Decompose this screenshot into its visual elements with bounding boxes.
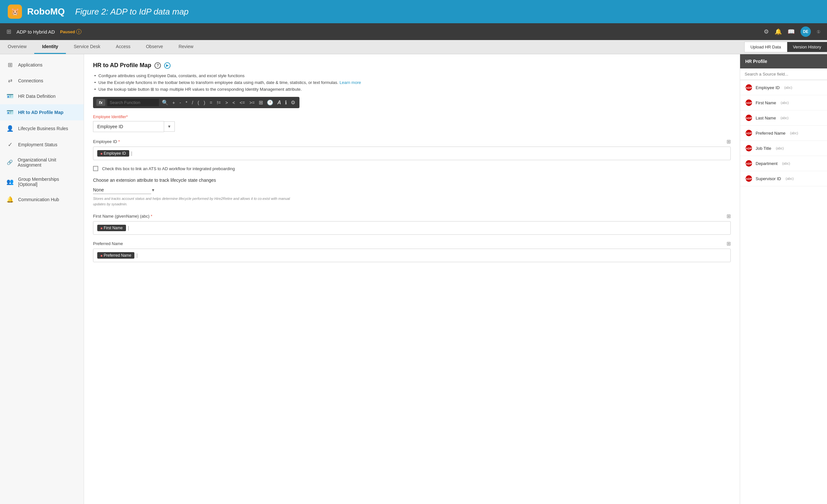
employee-id-label: Employee ID * [93, 139, 120, 144]
hr-field-department[interactable]: ADP Department (abc) [740, 156, 827, 171]
op-less[interactable]: < [231, 99, 237, 106]
hr-field-name-supervisor-id: Supervisor ID [756, 176, 781, 181]
tab-observe[interactable]: Observe [138, 40, 171, 54]
op-equals[interactable]: = [208, 99, 213, 106]
upload-hr-data-button[interactable]: Upload HR Data [744, 42, 787, 52]
employee-identifier-dropdown-row: Employee ID ▼ [93, 121, 731, 132]
sidebar-item-org-unit[interactable]: 🔗 Organizational Unit Assignment [0, 153, 84, 172]
ats-checkbox-row: Check this box to link an ATS to AD work… [93, 166, 731, 171]
first-name-input[interactable]: ■ First Name | [93, 221, 731, 235]
app-grid-icon: ⊞ [6, 28, 11, 35]
avatar[interactable]: DE [800, 27, 811, 37]
preferred-name-tag: ■ Preferred Name [97, 252, 134, 259]
tab-review[interactable]: Review [171, 40, 201, 54]
play-circle-icon[interactable]: ▶ [164, 62, 171, 69]
hr-field-job-title[interactable]: ADP Job Title (abc) [740, 141, 827, 156]
adp-logo-icon-7: ADP [745, 175, 752, 182]
op-divide[interactable]: / [191, 99, 194, 106]
content-area: HR to AD Profile Map ? ▶ Configure attri… [84, 54, 740, 504]
page-title-text: HR to AD Profile Map [93, 62, 151, 69]
grid-icon[interactable]: ⊞ [258, 99, 264, 106]
header-bar: ⊞ ADP to Hybrid AD Paused i ⚙ 🔔 📖 DE ① [0, 23, 827, 40]
bell-icon[interactable]: 🔔 [775, 28, 782, 35]
adp-logo-icon-5: ADP [745, 145, 752, 152]
tag-icon-2: ■ [100, 226, 102, 230]
first-name-field: First Name (givenName) (abc) * ⊞ ■ First… [93, 213, 731, 235]
op-minus[interactable]: - [178, 99, 183, 106]
lifecycle-icon: 👤 [6, 125, 13, 132]
status-info-icon[interactable]: i [76, 29, 82, 34]
help-circle-icon[interactable]: ? [154, 62, 161, 69]
hr-field-name-preferred-name: Preferred Name [756, 131, 785, 136]
employee-id-table-icon[interactable]: ⊞ [727, 139, 731, 145]
nav-tabs: Overview Identity Service Desk Access Ob… [0, 40, 201, 54]
sidebar-item-group-memberships[interactable]: 👥 Group Memberships [Optional] [0, 172, 84, 192]
svg-text:ADP: ADP [745, 162, 752, 165]
hr-field-name-job-title: Job Title [756, 146, 771, 151]
page-title-row: HR to AD Profile Map ? ▶ [93, 62, 731, 69]
adp-logo-icon: ADP [745, 84, 752, 91]
learn-more-link[interactable]: Learn more [340, 80, 361, 85]
hr-field-last-name[interactable]: ADP Last Name (abc) [740, 110, 827, 125]
svg-text:ADP: ADP [745, 86, 752, 90]
figure-title: Figure 2: ADP to IdP data map [75, 7, 189, 17]
employee-identifier-select[interactable]: Employee ID [93, 121, 164, 132]
svg-text:ADP: ADP [745, 101, 752, 105]
tab-identity[interactable]: Identity [34, 40, 66, 54]
op-not-equals[interactable]: != [215, 99, 222, 106]
hr-field-type-supervisor-id: (abc) [786, 177, 794, 181]
sidebar-item-applications[interactable]: ⊞ Applications [0, 57, 84, 73]
hr-field-type-department: (abc) [782, 161, 790, 165]
op-plus[interactable]: + [171, 99, 177, 106]
ats-checkbox[interactable] [93, 166, 98, 171]
preferred-name-table-icon[interactable]: ⊞ [727, 241, 731, 247]
hr-search-input[interactable] [740, 68, 827, 80]
extension-select[interactable]: None [93, 186, 151, 194]
svg-text:ADP: ADP [745, 147, 752, 150]
hr-field-preferred-name[interactable]: ADP Preferred Name (abc) [740, 125, 827, 141]
employee-id-input[interactable]: ■ Employee ID | [93, 147, 731, 160]
hr-field-name-employee-id: Employee ID [756, 85, 780, 90]
op-greater-eq[interactable]: >= [248, 99, 256, 106]
sidebar-item-connections[interactable]: ⇄ Connections [0, 73, 84, 88]
sidebar-label-applications: Applications [18, 62, 43, 67]
top-banner: 🐹 RoboMQ Figure 2: ADP to IdP data map [0, 0, 827, 23]
sidebar-item-hr-data-definition[interactable]: 🪪 HR Data Definition [0, 88, 84, 104]
first-name-table-icon[interactable]: ⊞ [727, 213, 731, 219]
op-open-paren[interactable]: ( [196, 99, 201, 106]
sidebar-item-lifecycle-business-rules[interactable]: 👤 Lifecycle Business Rules [0, 120, 84, 137]
version-history-button[interactable]: Version History [787, 42, 827, 52]
hr-field-employee-id[interactable]: ADP Employee ID (abc) [740, 80, 827, 95]
font-icon[interactable]: A [276, 99, 282, 106]
sidebar-item-hr-to-ad-profile-map[interactable]: 🪪 HR to AD Profile Map [0, 104, 84, 120]
search-icon[interactable]: 🔍 [161, 99, 169, 106]
sidebar-label-connections: Connections [18, 78, 43, 83]
gear-icon[interactable]: ⚙ [290, 99, 296, 106]
connections-icon: ⇄ [6, 78, 13, 84]
clock-icon[interactable]: 🕐 [266, 99, 274, 106]
preferred-name-header: Preferred Name ⊞ [93, 241, 731, 247]
hr-field-supervisor-id[interactable]: ADP Supervisor ID (abc) [740, 171, 827, 186]
op-less-eq[interactable]: <= [238, 99, 246, 106]
fx-badge: fx [96, 99, 105, 106]
sidebar-item-employment-status[interactable]: ✓ Employment Status [0, 137, 84, 153]
hr-field-first-name[interactable]: ADP First Name (abc) [740, 95, 827, 110]
employee-identifier-dropdown-arrow: ▼ [164, 121, 175, 132]
sidebar-label-org-unit: Organizational Unit Assignment [18, 157, 77, 167]
tab-access[interactable]: Access [108, 40, 138, 54]
svg-text:ADP: ADP [745, 116, 752, 120]
first-name-tag: ■ First Name [97, 225, 126, 231]
search-function-input[interactable] [107, 99, 159, 106]
employee-id-tag: ■ Employee ID [97, 150, 129, 157]
settings-icon[interactable]: ⚙ [764, 28, 769, 35]
tab-service-desk[interactable]: Service Desk [66, 40, 108, 54]
tab-overview[interactable]: Overview [0, 40, 34, 54]
op-greater[interactable]: > [224, 99, 229, 106]
hr-profile-panel: HR Profile ADP Employee ID (abc) ADP Fir… [740, 54, 827, 504]
info-icon[interactable]: ℹ [284, 99, 288, 106]
sidebar-item-communication-hub[interactable]: 🔔 Communication Hub [0, 192, 84, 208]
preferred-name-input[interactable]: ■ Preferred Name | [93, 249, 731, 262]
book-icon[interactable]: 📖 [788, 28, 795, 35]
op-multiply[interactable]: * [184, 99, 188, 106]
op-close-paren[interactable]: ) [202, 99, 206, 106]
